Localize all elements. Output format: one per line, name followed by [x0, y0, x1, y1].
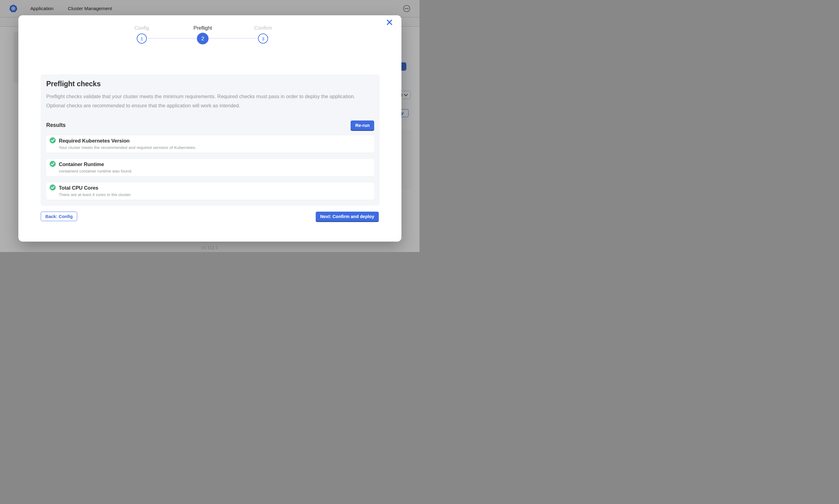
check-title: Container Runtime — [59, 161, 371, 167]
step-number: 2 — [201, 36, 204, 41]
check-result-kubernetes-version: Required Kubernetes Version Your cluster… — [46, 136, 374, 152]
rerun-button[interactable]: Re-run — [350, 121, 374, 130]
back-config-button[interactable]: Back: Config — [41, 212, 77, 221]
results-heading: Results — [46, 122, 66, 128]
app-window: Application Cluster Management 0 y v1.11… — [0, 0, 420, 252]
stepper-connector — [147, 38, 197, 39]
step-label-config: Config — [134, 25, 149, 31]
check-description: containerd container runtime was found. — [59, 169, 371, 174]
check-result-container-runtime: Container Runtime containerd container r… — [46, 159, 374, 176]
close-icon[interactable] — [385, 18, 394, 27]
step-circle-confirm[interactable]: 3 — [258, 34, 268, 44]
step-circle-preflight[interactable]: 2 — [197, 33, 208, 44]
check-title: Total CPU Cores — [59, 185, 371, 191]
check-description: There are at least 4 cores in the cluste… — [59, 192, 371, 197]
preflight-modal: Config Preflight Confirm 1 2 3 Preflight… — [18, 15, 401, 241]
check-result-total-cpu-cores: Total CPU Cores There are at least 4 cor… — [46, 183, 374, 200]
preflight-panel: Preflight checks Preflight checks valida… — [41, 74, 380, 206]
check-title: Required Kubernetes Version — [59, 138, 371, 144]
step-number: 3 — [262, 36, 264, 41]
step-label-preflight: Preflight — [193, 25, 212, 31]
step-circle-config[interactable]: 1 — [137, 34, 147, 44]
check-pass-icon — [50, 161, 56, 167]
page-title: Preflight checks — [46, 80, 374, 88]
step-number: 1 — [140, 36, 143, 41]
stepper-connector — [208, 38, 258, 39]
check-pass-icon — [50, 137, 56, 143]
preflight-description: Preflight checks validate that your clus… — [46, 92, 369, 110]
check-pass-icon — [50, 184, 56, 191]
step-label-confirm: Confirm — [254, 25, 272, 31]
results-header-row: Results Re-run — [46, 121, 374, 130]
check-results-list: Required Kubernetes Version Your cluster… — [46, 136, 374, 200]
next-confirm-deploy-button[interactable]: Next: Confirm and deploy — [316, 212, 379, 221]
check-description: Your cluster meets the recommended and r… — [59, 145, 371, 150]
